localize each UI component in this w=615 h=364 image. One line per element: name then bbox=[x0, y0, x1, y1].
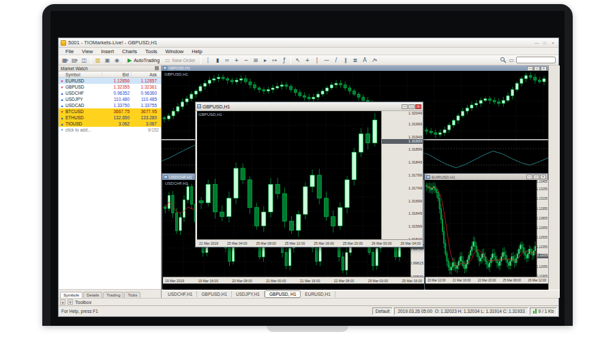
child-restore-icon[interactable]: □ bbox=[533, 175, 539, 179]
autotrading-label: AutoTrading bbox=[134, 58, 160, 63]
dock-icon[interactable] bbox=[155, 66, 159, 70]
chart-tab-usdchfh1[interactable]: USDCHF,H1 bbox=[164, 291, 197, 297]
chart-tab-eurusdh1[interactable]: EURUSD,H1 bbox=[301, 291, 335, 297]
market-watch-icon[interactable]: ▥ bbox=[93, 56, 102, 65]
search-icon[interactable] bbox=[500, 57, 507, 63]
search-input[interactable] bbox=[516, 57, 556, 63]
chart-tab-gbpusdh1[interactable]: GBPUSD, H1 bbox=[265, 290, 301, 298]
date-axis[interactable]: 20 Mar 12:0021 Mar 16:0022 Mar 20:0025 M… bbox=[425, 277, 548, 284]
profiles-icon[interactable]: ▤▾ bbox=[70, 56, 79, 65]
price-axis[interactable]: 1.320491.319991.319491.318991.318491.317… bbox=[381, 111, 423, 239]
chart-shift-icon[interactable]: ↦ bbox=[270, 56, 279, 65]
child-restore-icon[interactable]: □ bbox=[408, 104, 415, 109]
child-minimize-icon[interactable]: — bbox=[402, 104, 408, 109]
date-axis[interactable]: 21 Mar 201925 Mar 04:0025 Mar 08:0025 Ma… bbox=[197, 239, 423, 247]
symbol-row-usdcad[interactable]: ▲USDCAD1.337501.33755 bbox=[59, 102, 161, 108]
price-axis[interactable]: 1.134051.132551.131051.129551.128051.126… bbox=[537, 180, 548, 277]
text-icon[interactable]: A bbox=[360, 56, 369, 65]
symbol-row-gbpusd[interactable]: ▼GBPUSD1.323551.32361 bbox=[59, 84, 161, 90]
new-order-button[interactable]: ▭New Order bbox=[164, 57, 198, 63]
chart-plot-area[interactable] bbox=[425, 180, 537, 277]
chart-plot-area[interactable] bbox=[197, 111, 381, 239]
symbol-row-usdjpy[interactable]: ▲USDJPY110.480110.485 bbox=[59, 96, 161, 102]
child-close-icon[interactable]: × bbox=[540, 175, 546, 179]
col-ask[interactable]: Ask bbox=[132, 72, 159, 77]
chart-tab-gbpusdh1[interactable]: GBPUSD,H1 bbox=[197, 291, 232, 297]
date-axis-label: 26 Mar 00:00 bbox=[372, 241, 391, 245]
ask-value: 133.280 bbox=[132, 115, 159, 120]
chart-tab-usdjpyh1[interactable]: USDJPY,H1 bbox=[232, 291, 265, 297]
data-window-icon[interactable]: ▣ bbox=[103, 56, 112, 65]
channel-icon[interactable]: ∥ bbox=[341, 56, 350, 65]
date-axis[interactable]: 19 Mar 201919 Mar 16:0020 Mar 08:0021 Ma… bbox=[163, 277, 424, 284]
candlestick-icon[interactable]: ▮ bbox=[213, 56, 222, 65]
status-profile[interactable]: Default bbox=[372, 307, 393, 315]
tile-windows-icon[interactable]: ⊞ bbox=[251, 56, 260, 65]
cursor-icon[interactable]: ↖ bbox=[293, 56, 302, 65]
bid-value: 0.96352 bbox=[102, 91, 132, 95]
horizontal-line-icon[interactable]: — bbox=[322, 56, 331, 65]
new-chart-icon[interactable]: ▦▾ bbox=[61, 56, 70, 65]
price-axis-label: 1.32049 bbox=[408, 111, 422, 115]
auto-scroll-icon[interactable]: ▸ bbox=[260, 56, 269, 65]
col-bid[interactable]: Bid bbox=[102, 72, 132, 77]
bar-chart-icon[interactable]: ┆ bbox=[203, 56, 212, 65]
line-chart-icon[interactable]: ≈ bbox=[222, 56, 231, 65]
col-symbol[interactable]: Symbol bbox=[59, 72, 102, 77]
maximize-icon[interactable]: □ bbox=[541, 41, 548, 45]
symbol-row-ethusd[interactable]: ▲ETHUSD132.650133.280 bbox=[59, 115, 161, 121]
zoom-in-icon[interactable]: + bbox=[232, 56, 241, 65]
toolbox-bar[interactable]: ▴ ▾ Toolbox bbox=[59, 298, 558, 305]
child-restore-icon[interactable]: □ bbox=[534, 66, 540, 71]
menu-help[interactable]: Help bbox=[188, 48, 206, 55]
chat-icon[interactable]: ▭ bbox=[509, 57, 514, 63]
status-ohlc: 2019.03.26 05:00 O: 1.32023 H: 1.32034 L… bbox=[394, 307, 528, 315]
symbol-row-eurusd[interactable]: ▼EURUSD1.128561.12857 bbox=[59, 78, 161, 84]
navigator-icon[interactable]: ◉ bbox=[112, 56, 121, 65]
indicators-icon[interactable]: ƒ bbox=[280, 56, 288, 65]
mw-tab-details[interactable]: Details bbox=[83, 292, 102, 298]
menu-view[interactable]: View bbox=[78, 48, 97, 55]
child-window-title: EURUSD,H1 bbox=[432, 175, 455, 179]
market-watch-header[interactable]: Market Watch bbox=[59, 65, 161, 72]
mw-tab-symbols[interactable]: Symbols bbox=[60, 292, 82, 298]
arrows-icon[interactable]: ↗▾ bbox=[370, 56, 378, 65]
child-window-titlebar[interactable]: GBPUSD,H1—□× bbox=[196, 102, 423, 111]
child-minimize-icon[interactable]: — bbox=[527, 66, 533, 71]
price-axis-label: 1.31849 bbox=[408, 160, 422, 164]
chart-window-eurusd[interactable]: EURUSD,H1—□×1.134051.132551.131051.12955… bbox=[424, 173, 548, 290]
zoom-out-icon[interactable]: − bbox=[241, 56, 250, 65]
menu-insert[interactable]: Insert bbox=[97, 48, 118, 55]
symbol-row-btcusd[interactable]: ▼BTCUSD3667.753677.95 bbox=[59, 108, 161, 115]
child-window-titlebar[interactable]: GBPUSD,H1—□× bbox=[162, 65, 548, 71]
chart-window-gbpusd-floating[interactable]: GBPUSD,H1—□×GBPUSD,H11.320491.319991.319… bbox=[195, 102, 423, 247]
autotrading-button[interactable]: ▶AutoTrading bbox=[126, 57, 163, 63]
mw-tab-trading[interactable]: Trading bbox=[103, 292, 123, 298]
minimize-icon[interactable]: — bbox=[533, 41, 540, 45]
symbol-row-tiousd[interactable]: ▲TIOUSD3.0623.067 bbox=[59, 121, 161, 127]
close-icon[interactable]: × bbox=[550, 41, 556, 45]
menu-window[interactable]: Window bbox=[162, 48, 188, 55]
child-minimize-icon[interactable]: — bbox=[526, 175, 532, 179]
child-close-icon[interactable]: × bbox=[415, 104, 421, 109]
symbol-row-usdchf[interactable]: ▲USDCHF0.963520.96360 bbox=[59, 90, 161, 96]
trendline-icon[interactable]: / bbox=[331, 56, 340, 65]
child-window-titlebar[interactable]: EURUSD,H1—□× bbox=[425, 174, 548, 180]
crosshair-icon[interactable]: + bbox=[303, 56, 312, 65]
menu-charts[interactable]: Charts bbox=[118, 48, 141, 55]
menu-tools[interactable]: Tools bbox=[141, 48, 162, 55]
mw-tab-ticks[interactable]: Ticks bbox=[124, 292, 140, 298]
dock-up-icon[interactable]: ▴ bbox=[60, 299, 65, 305]
dock-down-icon[interactable]: ▾ bbox=[68, 299, 73, 305]
fibonacci-icon[interactable]: ≣ bbox=[350, 56, 359, 65]
title-bar[interactable]: 5001 - TIOMarkets-Live! - GBPUSD,H1 —□× bbox=[59, 38, 558, 48]
child-window-controls: —□× bbox=[402, 104, 421, 109]
chart-symbol-label: GBPUSD,H1 bbox=[198, 112, 222, 117]
window-layout-icon[interactable]: ◫ bbox=[80, 56, 89, 65]
ask-value: 0.96360 bbox=[132, 91, 159, 95]
menu-file[interactable]: File bbox=[61, 48, 78, 55]
add-symbol-row[interactable]: +click to add...9/152 bbox=[59, 127, 161, 133]
vertical-line-icon[interactable]: | bbox=[312, 56, 321, 65]
toolbox-label: Toolbox bbox=[75, 300, 91, 305]
child-close-icon[interactable]: × bbox=[541, 66, 547, 71]
